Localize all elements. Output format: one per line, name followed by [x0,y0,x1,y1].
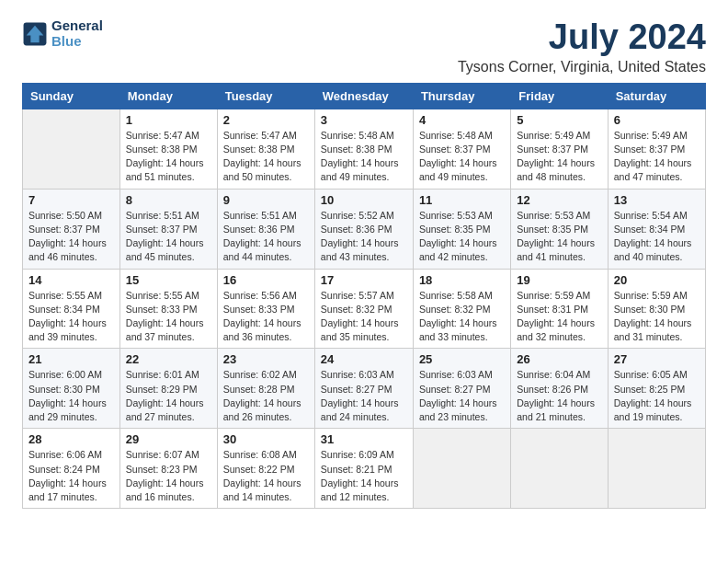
day-info: Sunrise: 6:08 AM Sunset: 8:22 PM Dayligh… [223,448,309,504]
title-area: July 2024 Tysons Corner, Virginia, Unite… [458,18,706,75]
day-info: Sunrise: 5:51 AM Sunset: 8:37 PM Dayligh… [126,209,211,265]
logo: General Blue [22,18,103,49]
month-title: July 2024 [458,18,706,57]
calendar-cell: 4Sunrise: 5:48 AM Sunset: 8:37 PM Daylig… [413,109,510,189]
day-number: 12 [517,193,601,207]
calendar-cell: 3Sunrise: 5:48 AM Sunset: 8:38 PM Daylig… [314,109,413,189]
day-info: Sunrise: 6:07 AM Sunset: 8:23 PM Dayligh… [126,448,211,504]
header-day-friday: Friday [511,83,608,109]
day-number: 8 [126,193,211,207]
calendar-cell [511,429,608,509]
calendar-cell: 19Sunrise: 5:59 AM Sunset: 8:31 PM Dayli… [511,269,608,349]
day-number: 15 [126,273,211,287]
calendar-cell: 26Sunrise: 6:04 AM Sunset: 8:26 PM Dayli… [511,349,608,429]
day-info: Sunrise: 5:54 AM Sunset: 8:34 PM Dayligh… [614,209,700,265]
day-number: 1 [126,113,211,127]
calendar-cell: 2Sunrise: 5:47 AM Sunset: 8:38 PM Daylig… [217,109,314,189]
week-row-5: 28Sunrise: 6:06 AM Sunset: 8:24 PM Dayli… [23,429,706,509]
week-row-3: 14Sunrise: 5:55 AM Sunset: 8:34 PM Dayli… [23,269,706,349]
calendar-cell: 8Sunrise: 5:51 AM Sunset: 8:37 PM Daylig… [119,189,217,269]
day-number: 23 [223,352,309,366]
header: General Blue July 2024 Tysons Corner, Vi… [22,18,706,75]
calendar-cell: 25Sunrise: 6:03 AM Sunset: 8:27 PM Dayli… [413,349,510,429]
calendar-cell: 13Sunrise: 5:54 AM Sunset: 8:34 PM Dayli… [608,189,705,269]
day-number: 22 [126,352,211,366]
calendar-cell: 12Sunrise: 5:53 AM Sunset: 8:35 PM Dayli… [511,189,608,269]
day-number: 31 [321,432,407,446]
day-info: Sunrise: 6:04 AM Sunset: 8:26 PM Dayligh… [517,368,601,424]
day-number: 13 [614,193,700,207]
day-info: Sunrise: 5:49 AM Sunset: 8:37 PM Dayligh… [517,129,601,185]
day-info: Sunrise: 5:52 AM Sunset: 8:36 PM Dayligh… [321,209,407,265]
calendar-cell: 30Sunrise: 6:08 AM Sunset: 8:22 PM Dayli… [217,429,314,509]
day-info: Sunrise: 5:53 AM Sunset: 8:35 PM Dayligh… [517,209,601,265]
header-day-saturday: Saturday [608,83,705,109]
day-number: 9 [223,193,309,207]
header-day-thursday: Thursday [413,83,510,109]
day-number: 5 [517,113,601,127]
week-row-2: 7Sunrise: 5:50 AM Sunset: 8:37 PM Daylig… [23,189,706,269]
header-day-wednesday: Wednesday [314,83,413,109]
calendar-cell: 7Sunrise: 5:50 AM Sunset: 8:37 PM Daylig… [23,189,120,269]
day-number: 4 [419,113,505,127]
day-number: 25 [419,352,505,366]
calendar-cell: 11Sunrise: 5:53 AM Sunset: 8:35 PM Dayli… [413,189,510,269]
calendar-cell: 31Sunrise: 6:09 AM Sunset: 8:21 PM Dayli… [314,429,413,509]
day-info: Sunrise: 5:53 AM Sunset: 8:35 PM Dayligh… [419,209,505,265]
day-info: Sunrise: 6:09 AM Sunset: 8:21 PM Dayligh… [321,448,407,504]
day-info: Sunrise: 5:59 AM Sunset: 8:30 PM Dayligh… [614,289,700,345]
day-number: 7 [28,193,114,207]
week-row-1: 1Sunrise: 5:47 AM Sunset: 8:38 PM Daylig… [23,109,706,189]
day-number: 2 [223,113,309,127]
calendar-header-row: SundayMondayTuesdayWednesdayThursdayFrid… [23,83,706,109]
day-number: 24 [321,352,407,366]
day-number: 16 [223,273,309,287]
day-info: Sunrise: 5:47 AM Sunset: 8:38 PM Dayligh… [126,129,211,185]
calendar-cell [413,429,510,509]
calendar-cell: 28Sunrise: 6:06 AM Sunset: 8:24 PM Dayli… [23,429,120,509]
day-info: Sunrise: 5:56 AM Sunset: 8:33 PM Dayligh… [223,289,309,345]
day-info: Sunrise: 5:55 AM Sunset: 8:34 PM Dayligh… [28,289,114,345]
calendar-cell: 27Sunrise: 6:05 AM Sunset: 8:25 PM Dayli… [608,349,705,429]
header-day-monday: Monday [119,83,217,109]
header-day-tuesday: Tuesday [217,83,314,109]
day-info: Sunrise: 5:49 AM Sunset: 8:37 PM Dayligh… [614,129,700,185]
day-number: 6 [614,113,700,127]
calendar-cell: 9Sunrise: 5:51 AM Sunset: 8:36 PM Daylig… [217,189,314,269]
calendar-cell: 5Sunrise: 5:49 AM Sunset: 8:37 PM Daylig… [511,109,608,189]
header-day-sunday: Sunday [23,83,120,109]
day-info: Sunrise: 5:48 AM Sunset: 8:37 PM Dayligh… [419,129,505,185]
calendar-cell [23,109,120,189]
calendar-cell: 23Sunrise: 6:02 AM Sunset: 8:28 PM Dayli… [217,349,314,429]
day-number: 19 [517,273,601,287]
calendar-cell: 16Sunrise: 5:56 AM Sunset: 8:33 PM Dayli… [217,269,314,349]
calendar-cell: 20Sunrise: 5:59 AM Sunset: 8:30 PM Dayli… [608,269,705,349]
day-number: 26 [517,352,601,366]
day-info: Sunrise: 5:59 AM Sunset: 8:31 PM Dayligh… [517,289,601,345]
day-number: 17 [321,273,407,287]
day-info: Sunrise: 5:57 AM Sunset: 8:32 PM Dayligh… [321,289,407,345]
day-number: 29 [126,432,211,446]
calendar-cell: 6Sunrise: 5:49 AM Sunset: 8:37 PM Daylig… [608,109,705,189]
calendar-cell: 18Sunrise: 5:58 AM Sunset: 8:32 PM Dayli… [413,269,510,349]
day-number: 14 [28,273,114,287]
day-number: 27 [614,352,700,366]
day-number: 30 [223,432,309,446]
day-info: Sunrise: 5:55 AM Sunset: 8:33 PM Dayligh… [126,289,211,345]
logo-text: General Blue [51,18,103,49]
day-info: Sunrise: 6:01 AM Sunset: 8:29 PM Dayligh… [126,368,211,424]
calendar-cell: 14Sunrise: 5:55 AM Sunset: 8:34 PM Dayli… [23,269,120,349]
calendar-cell: 17Sunrise: 5:57 AM Sunset: 8:32 PM Dayli… [314,269,413,349]
calendar-cell: 15Sunrise: 5:55 AM Sunset: 8:33 PM Dayli… [119,269,217,349]
calendar-cell: 24Sunrise: 6:03 AM Sunset: 8:27 PM Dayli… [314,349,413,429]
calendar-cell: 21Sunrise: 6:00 AM Sunset: 8:30 PM Dayli… [23,349,120,429]
day-number: 18 [419,273,505,287]
day-number: 11 [419,193,505,207]
calendar-cell: 22Sunrise: 6:01 AM Sunset: 8:29 PM Dayli… [119,349,217,429]
day-info: Sunrise: 6:06 AM Sunset: 8:24 PM Dayligh… [28,448,114,504]
day-info: Sunrise: 5:50 AM Sunset: 8:37 PM Dayligh… [28,209,114,265]
day-info: Sunrise: 5:47 AM Sunset: 8:38 PM Dayligh… [223,129,309,185]
day-info: Sunrise: 6:03 AM Sunset: 8:27 PM Dayligh… [321,368,407,424]
day-info: Sunrise: 5:48 AM Sunset: 8:38 PM Dayligh… [321,129,407,185]
calendar-cell: 29Sunrise: 6:07 AM Sunset: 8:23 PM Dayli… [119,429,217,509]
